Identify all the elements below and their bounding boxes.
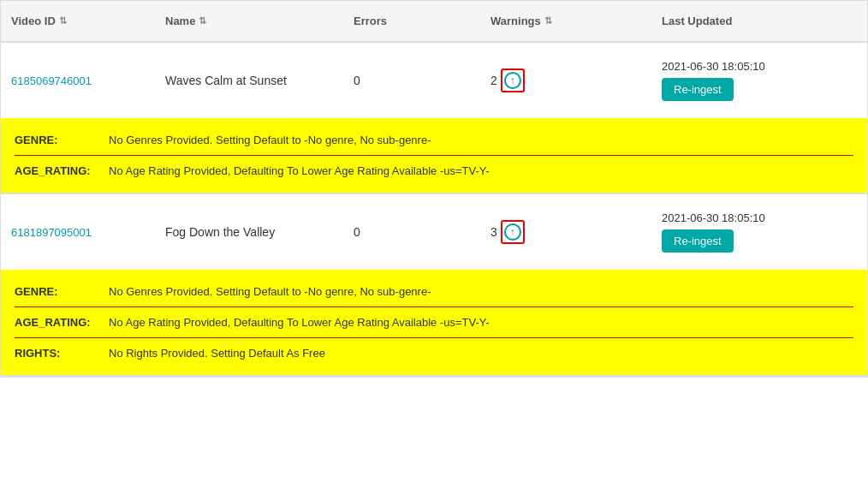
warning-up-icon: ↑ — [504, 72, 521, 89]
data-row-0: 6185069746001Waves Calm at Sunset02 ↑202… — [1, 43, 867, 118]
header-cell-last-updated: Last Updated — [651, 9, 868, 33]
video-id-cell: 6185069746001 — [1, 68, 155, 92]
warning-text: No Age Rating Provided, Defaulting To Lo… — [109, 164, 490, 177]
timestamp: 2021-06-30 18:05:10 — [662, 211, 765, 224]
name-cell: Fog Down the Valley — [155, 220, 343, 244]
sort-icon: ⇅ — [544, 15, 552, 27]
warnings-expanded-row: GENRE:No Genres Provided. Setting Defaul… — [1, 118, 867, 193]
warning-divider — [15, 307, 853, 307]
reingest-button[interactable]: Re-ingest — [662, 78, 734, 101]
header-cell-warnings[interactable]: Warnings⇅ — [480, 9, 651, 33]
table-row: 6181897095001Fog Down the Valley03 ↑2021… — [1, 194, 867, 377]
reingest-button[interactable]: Re-ingest — [662, 229, 734, 253]
video-table: Video ID⇅Name⇅ErrorsWarnings⇅Last Update… — [0, 0, 868, 378]
data-row-1: 6181897095001Fog Down the Valley03 ↑2021… — [1, 194, 867, 270]
last-updated-cell: 2021-06-30 18:05:10Re-ingest — [651, 206, 868, 258]
warnings-cell: 2 ↑ — [480, 63, 651, 98]
warnings-expanded-row: GENRE:No Genres Provided. Setting Defaul… — [1, 270, 867, 376]
table-header: Video ID⇅Name⇅ErrorsWarnings⇅Last Update… — [1, 1, 867, 43]
warning-label: AGE_RATING: — [15, 316, 109, 329]
sort-icon: ⇅ — [199, 15, 206, 27]
video-id-link[interactable]: 6181897095001 — [11, 226, 92, 239]
warning-text: No Genres Provided. Setting Default to -… — [109, 134, 431, 146]
warning-label: GENRE: — [15, 134, 109, 146]
header-cell-video-id[interactable]: Video ID⇅ — [1, 9, 155, 33]
timestamp: 2021-06-30 18:05:10 — [662, 60, 765, 73]
sort-icon: ⇅ — [59, 15, 67, 27]
warning-item: RIGHTS:No Rights Provided. Setting Defau… — [15, 342, 853, 365]
warnings-cell: 3 ↑ — [480, 215, 651, 249]
warning-item: AGE_RATING:No Age Rating Provided, Defau… — [15, 311, 853, 334]
warning-item: GENRE:No Genres Provided. Setting Defaul… — [15, 128, 853, 152]
last-updated-cell: 2021-06-30 18:05:10Re-ingest — [651, 55, 868, 106]
table-row: 6185069746001Waves Calm at Sunset02 ↑202… — [1, 43, 867, 194]
warning-label: GENRE: — [15, 285, 109, 298]
warning-label: AGE_RATING: — [15, 164, 109, 177]
warning-item: GENRE:No Genres Provided. Setting Defaul… — [15, 280, 853, 303]
warning-divider — [15, 337, 853, 338]
errors-cell: 0 — [343, 68, 480, 92]
name-cell: Waves Calm at Sunset — [155, 68, 343, 92]
warning-up-icon: ↑ — [504, 223, 521, 241]
warning-toggle-button[interactable]: ↑ — [501, 68, 525, 92]
warning-item: AGE_RATING:No Age Rating Provided, Defau… — [15, 159, 853, 182]
table-body: 6185069746001Waves Calm at Sunset02 ↑202… — [1, 43, 867, 377]
warning-text: No Rights Provided. Setting Default As F… — [109, 347, 325, 360]
warning-text: No Genres Provided. Setting Default to -… — [109, 285, 431, 298]
warning-label: RIGHTS: — [15, 347, 109, 360]
warning-toggle-button[interactable]: ↑ — [501, 220, 525, 244]
header-cell-errors: Errors — [343, 9, 480, 33]
warning-text: No Age Rating Provided, Defaulting To Lo… — [109, 316, 490, 329]
warning-divider — [15, 155, 853, 156]
video-id-cell: 6181897095001 — [1, 220, 155, 244]
header-cell-name[interactable]: Name⇅ — [155, 9, 343, 33]
errors-cell: 0 — [343, 220, 480, 244]
video-id-link[interactable]: 6185069746001 — [11, 74, 92, 87]
